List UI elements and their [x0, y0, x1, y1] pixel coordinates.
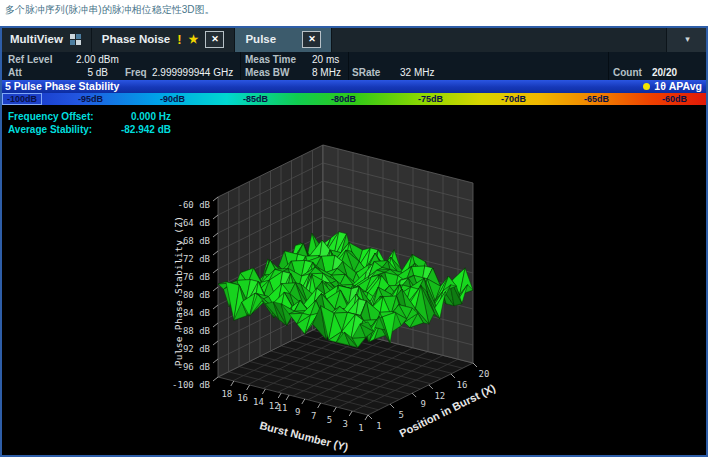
color-scale-bar: -100dB -95dB -90dB -85dB -80dB -75dB -70…: [0, 93, 708, 105]
svg-text:3: 3: [342, 419, 347, 429]
avg-stability-label: Average Stability:: [8, 123, 92, 136]
multiview-grid-icon: [70, 34, 81, 45]
svg-text:5: 5: [398, 410, 403, 420]
tab-multiview-label: MultiView: [10, 33, 63, 45]
count-label: Count: [613, 66, 642, 79]
att-label: Att: [8, 66, 22, 79]
svg-text:11: 11: [277, 403, 288, 413]
tab-pulse[interactable]: Pulse ✕: [235, 26, 332, 52]
srate-label: SRate: [352, 66, 380, 79]
tab-multiview[interactable]: MultiView: [0, 26, 92, 52]
svg-text:9: 9: [295, 407, 300, 417]
tab-pulse-label: Pulse: [245, 33, 276, 45]
freq-offset-label: Frequency Offset:: [8, 110, 94, 123]
colorbar-label: -60dB: [662, 93, 687, 105]
header-separator: [348, 52, 349, 80]
screen: 多个脉冲序列(脉冲串)的脉冲相位稳定性3D图。 MultiView Phase …: [0, 0, 708, 464]
page-caption: 多个脉冲序列(脉冲串)的脉冲相位稳定性3D图。: [5, 3, 214, 17]
tab-overflow-button[interactable]: ▾: [666, 26, 708, 52]
window-title: 5 Pulse Phase Stability: [5, 80, 119, 93]
pulse-stability-3d-plot: -60 dB-64 dB-68 dB-72 dB-76 dB-80 dB-84 …: [0, 105, 708, 455]
tab-pulse-close-button[interactable]: ✕: [302, 31, 321, 48]
svg-text:9: 9: [420, 399, 425, 409]
colorbar-label: -95dB: [78, 93, 103, 105]
warning-icon: !: [177, 32, 181, 47]
colorbar-label: -65dB: [584, 93, 609, 105]
colorbar-label: -75dB: [418, 93, 443, 105]
count-value: 20/20: [652, 66, 677, 79]
tab-bar: MultiView Phase Noise ! ★ ✕ Pulse ✕ ▾: [0, 26, 708, 52]
tab-phase-noise[interactable]: Phase Noise ! ★ ✕: [92, 26, 236, 52]
svg-text:1: 1: [376, 421, 381, 431]
trace-label: 1θ APAvg: [654, 80, 702, 93]
srate-value: 32 MHz: [400, 66, 434, 79]
z-axis-title: Pulse Phase Stability (Z): [173, 216, 184, 367]
freq-label: Freq: [125, 66, 147, 79]
svg-text:-100 dB: -100 dB: [172, 380, 210, 390]
colorbar-label: -80dB: [331, 93, 356, 105]
colorbar-label: -70dB: [501, 93, 526, 105]
freq-offset-value: 0.000 Hz: [105, 110, 171, 123]
chevron-down-icon: ▾: [685, 34, 690, 44]
svg-text:18: 18: [221, 389, 232, 399]
att-value: 5 dB: [60, 66, 108, 79]
ref-level-value: 2.00 dBm: [76, 53, 119, 66]
meas-bw-value: 8 MHz: [312, 66, 341, 79]
tab-phase-noise-close-button[interactable]: ✕: [205, 31, 224, 48]
svg-text:16: 16: [456, 380, 467, 390]
ref-level-label: Ref Level: [8, 53, 52, 66]
svg-text:20: 20: [479, 369, 490, 379]
header-separator: [608, 52, 609, 80]
star-icon: ★: [189, 33, 199, 46]
svg-text:12: 12: [434, 391, 445, 401]
header-separator: [240, 52, 241, 80]
freq-value: 2.999999944 GHz: [152, 66, 233, 79]
svg-text:1: 1: [358, 423, 363, 433]
avg-stability-value: -82.942 dB: [105, 123, 171, 136]
trace-dot-icon: [643, 83, 650, 90]
colorbar-label: -100dB: [2, 93, 42, 105]
trace-indicator: 1θ APAvg: [643, 80, 702, 93]
colorbar-label: -85dB: [243, 93, 268, 105]
svg-text:14: 14: [253, 397, 264, 407]
meas-time-value: 20 ms: [312, 53, 339, 66]
colorbar-label: -90dB: [160, 93, 185, 105]
svg-text:-60 dB: -60 dB: [177, 200, 210, 210]
svg-text:7: 7: [311, 411, 316, 421]
tab-phase-noise-label: Phase Noise: [102, 33, 170, 45]
svg-text:16: 16: [237, 393, 248, 403]
meas-time-label: Meas Time: [245, 53, 296, 66]
meas-bw-label: Meas BW: [245, 66, 289, 79]
measurement-header: Ref Level 2.00 dBm Meas Time 20 ms Att 5…: [0, 52, 708, 80]
surface-plot-svg: -60 dB-64 dB-68 dB-72 dB-76 dB-80 dB-84 …: [0, 105, 708, 455]
window-title-bar: 5 Pulse Phase Stability 1θ APAvg: [0, 80, 708, 93]
y-axis-title: Burst Number (Y): [258, 419, 350, 453]
svg-text:5: 5: [327, 415, 332, 425]
